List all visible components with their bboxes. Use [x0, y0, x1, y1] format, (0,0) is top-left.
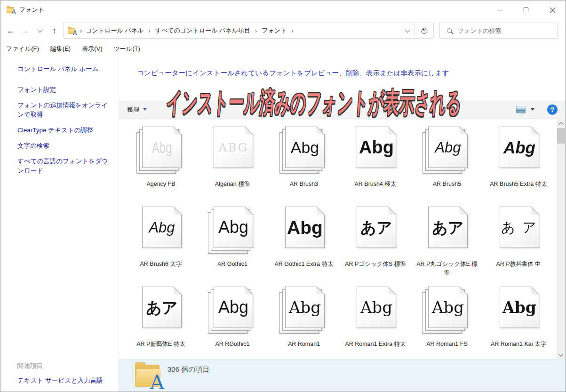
font-page-icon: Abg	[351, 286, 400, 334]
sidebar-task-link[interactable]: フォントの追加情報をオンラインで取得	[17, 101, 113, 120]
scroll-thumb[interactable]	[557, 128, 565, 144]
font-preview: Abg	[432, 299, 464, 315]
refresh-button[interactable]	[415, 23, 433, 38]
font-item[interactable]: あア AR P新藝体E 特太	[125, 286, 197, 359]
recent-locations-button[interactable]	[32, 23, 47, 39]
up-icon: ↑	[52, 26, 56, 36]
forward-icon: →	[21, 26, 30, 36]
font-preview: Abg	[218, 219, 248, 236]
back-button[interactable]: ←	[3, 23, 18, 39]
font-item[interactable]: ABG Algerian 標準	[197, 126, 268, 206]
search-input[interactable]	[458, 27, 557, 34]
related-link[interactable]: テキスト サービスと入力言語	[17, 376, 103, 385]
font-item[interactable]: Abg AR Brush4 極太	[340, 126, 411, 206]
font-page-icon: Abg	[423, 286, 471, 334]
sidebar-task-link[interactable]: 文字の検索	[17, 141, 113, 151]
search-box	[439, 23, 558, 39]
font-name-label: AR Brush5 Extra 特太	[485, 180, 552, 189]
menu-bar: ファイル(F)編集(E)表示(V)ツール(T)	[0, 42, 566, 56]
items-count: 306 個の項目	[167, 365, 210, 374]
description-text: コンピューターにインストールされているフォントをプレビュー、削除、表示または非表…	[137, 69, 558, 78]
search-icon	[447, 28, 452, 33]
font-name-label: AR Gothic1 Extra 特太	[271, 260, 337, 269]
font-preview: Abg	[435, 140, 461, 155]
font-item[interactable]: Abg AR Brush5 Extra 特太	[483, 126, 554, 206]
font-name-label: AR Roman1 Extra 特太	[342, 340, 409, 349]
toolbar-right: ?	[516, 104, 558, 115]
up-button[interactable]: ↑	[47, 23, 62, 39]
font-preview: あア	[360, 220, 392, 235]
status-folder-icon: A	[134, 361, 162, 390]
font-preview: Abg	[291, 139, 319, 155]
annotation-text: インストール済みのフォントが表示される	[165, 84, 463, 122]
sidebar-item-control-panel-home[interactable]: コントロール パネル ホーム	[17, 65, 113, 73]
font-page-icon: Abg	[494, 126, 543, 174]
font-page-icon: Abg	[208, 206, 257, 254]
refresh-icon	[420, 26, 428, 35]
font-preview: あア	[146, 300, 178, 315]
help-button[interactable]: ?	[547, 104, 558, 115]
scrollbar[interactable]	[557, 119, 566, 359]
font-preview: Abg	[360, 299, 392, 315]
font-preview: Abg	[359, 138, 394, 156]
font-item[interactable]: Abg AR Gothic1 Extra 特太	[268, 206, 340, 286]
breadcrumb-segment[interactable]: すべてのコントロール パネル項目	[154, 26, 251, 35]
breadcrumb-folder-icon: A	[68, 27, 76, 34]
back-icon: ←	[7, 26, 15, 36]
font-page-icon: Abg	[136, 206, 185, 254]
font-page-icon: Abg	[279, 206, 328, 254]
font-item[interactable]: Abg AR Brush5	[411, 126, 483, 206]
font-item[interactable]: Abg AR Gothic1	[197, 206, 268, 286]
font-item[interactable]: Abg Agency FB	[125, 126, 197, 206]
close-button[interactable]	[539, 0, 566, 19]
fonts-grid: Abg Agency FB ABG Algerian 標準	[119, 119, 557, 359]
font-name-label: AR Roman1	[271, 340, 337, 349]
minimize-button[interactable]	[486, 0, 513, 19]
sidebar-task-link[interactable]: すべての言語のフォントをダウンロード	[17, 157, 113, 176]
font-item[interactable]: Abg AR Roman1 Extra 特太	[340, 286, 411, 359]
font-item[interactable]: Abg AR RGothic1	[197, 286, 268, 359]
scroll-down-button[interactable]	[557, 351, 566, 359]
breadcrumb-separator: ›	[76, 27, 85, 34]
breadcrumb-segment[interactable]: コントロール パネル	[85, 26, 144, 35]
font-item[interactable]: あア AR Pゴシック体S 標準	[340, 206, 411, 286]
close-icon	[550, 7, 556, 13]
fonts-window: A フォント ← → ↑ A › コントロール パネル ›	[0, 0, 566, 392]
breadcrumb-separator: ›	[144, 27, 154, 34]
breadcrumb-separator: ›	[251, 27, 261, 34]
font-item[interactable]: Abg AR Roman1 FS	[411, 286, 483, 359]
font-name-label: AR Pゴシック体S 標準	[342, 260, 409, 269]
font-preview: Abg	[287, 218, 323, 237]
font-item[interactable]: Abg AR Roman1	[268, 286, 340, 359]
thumbnail-view-button[interactable]	[516, 106, 526, 113]
font-name-label: AR RGothic1	[199, 340, 266, 349]
scroll-up-button[interactable]	[557, 119, 566, 127]
font-item[interactable]: Abg AR Brush6 太字	[125, 206, 197, 286]
fonts-folder-icon: A	[7, 7, 15, 14]
breadcrumb-segment[interactable]: フォント	[261, 26, 287, 35]
address-bar[interactable]: A › コントロール パネル › すべてのコントロール パネル項目 › フォント…	[63, 23, 434, 39]
view-caret-icon[interactable]	[531, 108, 534, 111]
font-item[interactable]: Abg AR Roman1 Kai 太字	[483, 286, 554, 359]
title-bar: A フォント	[0, 0, 566, 19]
chevron-down-icon	[37, 27, 42, 32]
font-page-icon: Abg	[279, 286, 328, 334]
menu-item[interactable]: 表示(V)	[82, 45, 102, 53]
font-item[interactable]: あア AR P丸ゴシック体E 標準	[411, 206, 483, 286]
sidebar-task-link[interactable]: フォント設定	[17, 85, 113, 95]
menu-item[interactable]: 編集(E)	[50, 45, 71, 53]
forward-button[interactable]: →	[18, 23, 32, 39]
font-item[interactable]: あ ア AR P教科書体 中	[483, 206, 554, 286]
font-name-label: AR P教科書体 中	[485, 260, 552, 269]
address-dropdown-button[interactable]	[400, 23, 415, 38]
font-preview: Abg	[289, 299, 321, 315]
organize-button[interactable]: 整理	[127, 105, 147, 114]
font-name-label: AR Roman1 FS	[414, 340, 480, 349]
font-item[interactable]: Abg AR Brush3	[268, 126, 340, 206]
menu-item[interactable]: ファイル(F)	[6, 45, 39, 53]
menu-item[interactable]: ツール(T)	[114, 45, 140, 53]
sidebar-task-link[interactable]: ClearType テキストの調整	[17, 126, 113, 135]
maximize-button[interactable]	[513, 0, 539, 19]
font-page-icon: あア	[351, 206, 400, 254]
font-page-icon: あア	[136, 286, 185, 334]
